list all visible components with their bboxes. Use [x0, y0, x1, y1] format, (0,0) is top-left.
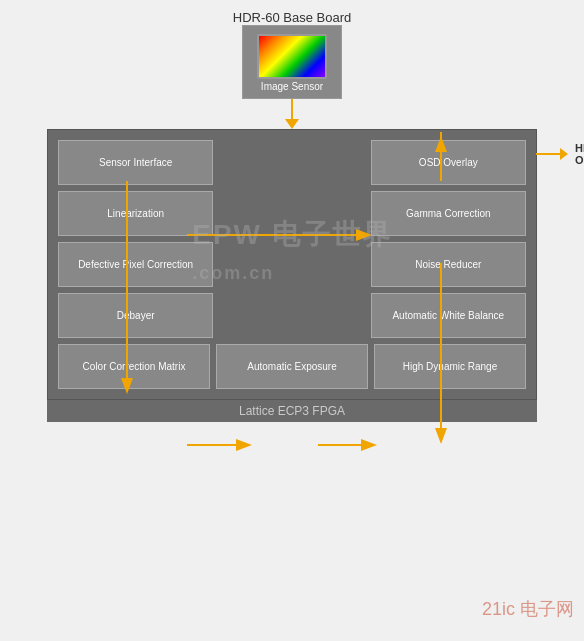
- auto-white-balance-block: Automatic White Balance: [371, 293, 526, 338]
- sensor-chip: [257, 34, 327, 79]
- arrow-down-icon: [285, 119, 299, 129]
- fpga-label-bar: Lattice ECP3 FPGA: [47, 400, 537, 422]
- debayer-block: Debayer: [58, 293, 213, 338]
- hdmi-arrow-head: [560, 148, 568, 160]
- watermark-21ic: 21ic 电子网: [482, 597, 574, 621]
- hdmi-label: HDMIOutput: [575, 142, 584, 166]
- empty-cell-r1-m: [219, 140, 364, 185]
- image-sensor-box: Image Sensor: [242, 25, 342, 99]
- gamma-correction-block: Gamma Correction: [371, 191, 526, 236]
- page-wrapper: HDR-60 Base Board Image Sensor EPW 电子世界.…: [0, 0, 584, 641]
- high-dynamic-range-block: High Dynamic Range: [374, 344, 526, 389]
- empty-cell-r3-m: [219, 242, 364, 287]
- board-row-3: Defective Pixel Correction Noise Reducer: [58, 242, 526, 287]
- fpga-label: Lattice ECP3 FPGA: [239, 404, 345, 418]
- hdmi-output-area: HDMIOutput: [536, 142, 584, 166]
- defective-pixel-block: Defective Pixel Correction: [58, 242, 213, 287]
- board-rows: Sensor Interface OSD Overlay Linearizati…: [58, 140, 526, 389]
- board-row-2: Linearization Gamma Correction: [58, 191, 526, 236]
- sensor-wrapper: Image Sensor: [242, 25, 342, 99]
- auto-exposure-block: Automatic Exposure: [216, 344, 368, 389]
- osd-overlay-block: OSD Overlay: [371, 140, 526, 185]
- hdmi-arrow-line: [536, 153, 561, 155]
- color-correction-block: Color Correction Matrix: [58, 344, 210, 389]
- page-title: HDR-60 Base Board: [233, 10, 352, 25]
- linearization-block: Linearization: [58, 191, 213, 236]
- noise-reducer-block: Noise Reducer: [371, 242, 526, 287]
- empty-cell-r2-m: [219, 191, 364, 236]
- connector-line-down: [291, 99, 293, 119]
- image-sensor-label: Image Sensor: [257, 81, 327, 92]
- empty-cell-r4-m: [219, 293, 364, 338]
- sensor-interface-block: Sensor Interface: [58, 140, 213, 185]
- sensor-area: Image Sensor: [242, 25, 342, 129]
- board-row-4: Debayer Automatic White Balance: [58, 293, 526, 338]
- fpga-board: EPW 电子世界.com.cn HDMIOutput Sensor Interf…: [47, 129, 537, 400]
- board-row-5: Color Correction Matrix Automatic Exposu…: [58, 344, 526, 389]
- sensor-down-connector: [285, 99, 299, 129]
- board-row-1: Sensor Interface OSD Overlay: [58, 140, 526, 185]
